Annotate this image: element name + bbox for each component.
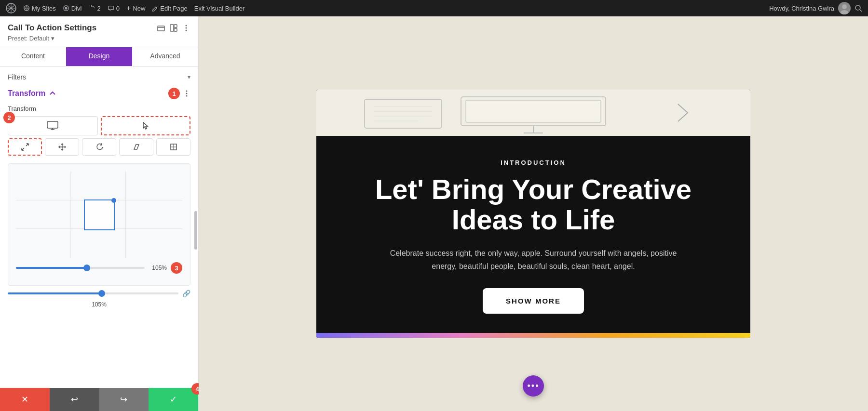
- badge-3: 3: [171, 262, 182, 274]
- svg-rect-7: [170, 25, 174, 31]
- svg-point-11: [186, 27, 187, 29]
- edit-page-link[interactable]: Edit Page: [152, 5, 187, 12]
- scale-y-value: 105%: [8, 301, 190, 308]
- transform-more-icon[interactable]: [183, 90, 190, 97]
- transform-title: Transform: [8, 89, 56, 98]
- save-button[interactable]: ✓ 4: [149, 388, 198, 411]
- origin-icon: [169, 143, 178, 151]
- rotate-icon: [95, 143, 104, 151]
- hero-intro-label: INTRODUCTION: [345, 159, 721, 166]
- illustration-svg: [340, 90, 726, 136]
- hero-section: INTRODUCTION Let' Bring Your Creative Id…: [316, 90, 750, 338]
- hero-content: INTRODUCTION Let' Bring Your Creative Id…: [316, 136, 750, 333]
- svg-point-4: [841, 10, 848, 14]
- transform-visual-area: 105% 3: [8, 163, 190, 286]
- scale-x-slider-thumb[interactable]: [83, 265, 90, 271]
- desktop-icon: [47, 121, 58, 131]
- filters-section-header[interactable]: Filters ▾: [0, 66, 198, 88]
- svg-point-13: [186, 91, 188, 92]
- svg-rect-9: [174, 28, 177, 31]
- fab-dots-icon: •••: [528, 381, 540, 391]
- scale-x-slider-row: 105% 3: [16, 262, 182, 274]
- transform-origin-btn[interactable]: [156, 138, 190, 156]
- transform-pointer-btn[interactable]: [101, 116, 191, 135]
- redo-button[interactable]: ↪: [99, 388, 149, 411]
- wordpress-logo-icon[interactable]: [6, 3, 16, 13]
- preview-area: INTRODUCTION Let' Bring Your Creative Id…: [199, 16, 868, 411]
- transform-controls-row1: 2: [8, 116, 190, 135]
- window-icon[interactable]: [157, 24, 165, 32]
- panel-title: Call To Action Settings: [8, 23, 96, 33]
- transform-rotate-btn[interactable]: [82, 138, 116, 156]
- hero-top-illustration: [316, 90, 750, 136]
- filters-chevron-icon: ▾: [188, 74, 190, 80]
- show-more-button[interactable]: SHOW MORE: [483, 288, 584, 314]
- skew-icon: [132, 143, 141, 151]
- scale-y-slider-track[interactable]: [8, 292, 178, 294]
- more-options-icon[interactable]: [182, 24, 190, 32]
- svg-point-3: [842, 4, 847, 9]
- transform-move-btn[interactable]: [45, 138, 79, 156]
- wordpress-admin-bar: My Sites Divi 2 0 + New Edit Page Exit V…: [0, 0, 868, 16]
- bottom-toolbar: ✕ ↩ ↪ ✓ 4: [0, 388, 198, 411]
- settings-panel: Call To Action Settings Preset: Default …: [0, 16, 199, 411]
- hero-title: Let' Bring Your Creative Ideas to Life: [345, 174, 721, 236]
- svg-rect-6: [158, 26, 164, 31]
- transform-skew-btn[interactable]: [119, 138, 153, 156]
- transform-controls-row2: [8, 138, 190, 156]
- preset-selector[interactable]: Preset: Default ▾: [8, 35, 190, 42]
- divi-link[interactable]: Divi: [63, 5, 82, 12]
- filters-label: Filters: [8, 73, 26, 81]
- gradient-bar: [316, 333, 750, 338]
- layout-icon[interactable]: [169, 24, 178, 32]
- panel-body: Filters ▾ Transform 1 Transform: [0, 66, 198, 388]
- svg-rect-25: [466, 100, 601, 122]
- transform-scale-btn[interactable]: [8, 138, 42, 156]
- badge-2: 2: [3, 112, 15, 123]
- badge-1: 1: [168, 88, 180, 99]
- new-content-btn[interactable]: + New: [126, 4, 145, 12]
- updates-link[interactable]: 2: [89, 5, 101, 12]
- scale-y-slider-row: 🔗: [8, 290, 190, 297]
- transform-preview-box: [84, 199, 115, 230]
- tab-design[interactable]: Design: [66, 47, 132, 66]
- howdy-greeting: Howdy, Christina Gwira: [769, 5, 834, 12]
- svg-point-10: [186, 25, 187, 27]
- user-avatar: [838, 2, 851, 14]
- panel-header: Call To Action Settings Preset: Default …: [0, 16, 198, 47]
- panel-scrollbar[interactable]: [194, 66, 197, 388]
- transform-section: Transform 1 Transform 2: [0, 88, 198, 316]
- transform-handle[interactable]: [111, 198, 116, 203]
- chevron-up-icon[interactable]: [49, 90, 56, 97]
- visual-builder-canvas: INTRODUCTION Let' Bring Your Creative Id…: [199, 16, 868, 411]
- my-sites-link[interactable]: My Sites: [23, 5, 56, 12]
- floating-action-button[interactable]: •••: [523, 375, 544, 397]
- settings-tabs: Content Design Advanced: [0, 47, 198, 66]
- transform-desktop-btn[interactable]: 2: [8, 116, 98, 135]
- scale-icon: [21, 143, 29, 151]
- scale-x-slider-track[interactable]: [16, 267, 145, 269]
- link-sliders-icon[interactable]: 🔗: [182, 290, 190, 297]
- exit-visual-builder-link[interactable]: Exit Visual Builder: [194, 5, 245, 12]
- cursor-icon: [141, 121, 150, 130]
- svg-point-12: [186, 30, 187, 31]
- scale-y-slider-thumb[interactable]: [98, 290, 105, 297]
- svg-point-5: [855, 5, 860, 10]
- scale-x-value: 105%: [149, 265, 167, 271]
- undo-button[interactable]: ↩: [50, 388, 99, 411]
- svg-rect-8: [174, 25, 177, 27]
- svg-rect-28: [365, 99, 442, 128]
- svg-point-14: [186, 93, 188, 94]
- hero-subtitle: Celebrate success right, the only way, a…: [389, 247, 678, 273]
- move-icon: [58, 143, 67, 151]
- svg-rect-16: [47, 121, 58, 128]
- tab-advanced[interactable]: Advanced: [132, 47, 198, 66]
- cancel-button[interactable]: ✕: [0, 388, 50, 411]
- comments-link[interactable]: 0: [108, 5, 120, 12]
- svg-point-15: [186, 95, 188, 97]
- search-icon[interactable]: [854, 4, 862, 12]
- transform-sublabel: Transform: [8, 105, 190, 112]
- tab-content[interactable]: Content: [0, 47, 66, 66]
